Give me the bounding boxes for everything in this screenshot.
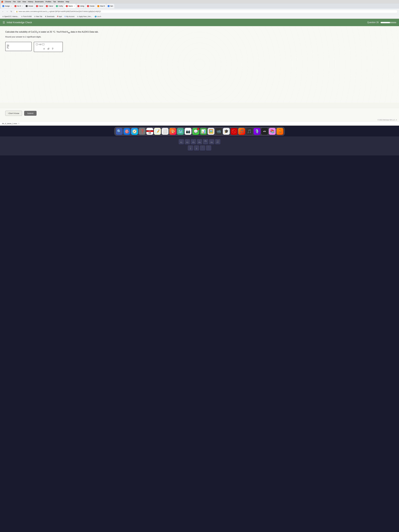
kb-percent[interactable]: % xyxy=(206,145,211,151)
menu-help[interactable]: Help xyxy=(66,1,69,3)
menu-chrome[interactable]: Chrome xyxy=(5,1,11,3)
question-part2: in water at 25 °C. You'll find K xyxy=(38,31,68,33)
menu-view[interactable]: View xyxy=(22,1,26,3)
main-answer-input[interactable]: g L xyxy=(5,42,32,51)
menu-bookmarks[interactable]: Bookmarks xyxy=(35,1,44,3)
tab-calc1[interactable]: Calcul xyxy=(35,4,44,8)
dock-preview[interactable]: 🖼️ xyxy=(208,128,214,135)
kb-f5[interactable]: F5 xyxy=(203,139,208,145)
bookmark-downloads-icon: ⬇ xyxy=(45,16,46,17)
dock-maps-icon: 🗺️ xyxy=(178,129,183,133)
dock-notes[interactable]: 📝 xyxy=(154,128,161,135)
dock-messages[interactable]: 💬 3 xyxy=(192,128,199,135)
dock-calendar[interactable]: CAL 15 xyxy=(146,128,153,135)
menu-tab[interactable]: Tab xyxy=(53,1,56,3)
dock-photos[interactable]: 📷 xyxy=(185,128,191,135)
dock-help[interactable]: ❓ xyxy=(139,128,146,135)
tab-3ethy[interactable]: 3-ethy xyxy=(55,4,64,8)
dock-safari[interactable]: 🧭 xyxy=(131,128,138,135)
kb-f7[interactable]: ◀◀ F7 xyxy=(215,139,220,145)
tab-ali[interactable]: ALI X × xyxy=(13,4,24,8)
tab-answer[interactable]: Answe xyxy=(24,4,34,8)
kb-2[interactable]: @ 2 xyxy=(188,145,193,151)
help-button[interactable]: ? xyxy=(52,47,53,51)
dont-know-button[interactable]: I Don't Know xyxy=(5,111,22,116)
tab-ali-close[interactable]: × xyxy=(22,5,23,7)
kb-f3[interactable]: ⊟ F3 xyxy=(191,139,196,145)
tab-fam[interactable]: fam xyxy=(106,4,114,8)
menu-window[interactable]: Window xyxy=(58,1,64,3)
dock-maps[interactable]: 🗺️ xyxy=(177,128,184,135)
tab-consic[interactable]: Consic xyxy=(86,4,96,8)
bookmark-apply[interactable]: ⊙ Apply Now | Join... xyxy=(76,15,93,18)
bookmark-downloads[interactable]: ⬇ Downloads xyxy=(44,15,56,18)
apple-menu[interactable]: 🍎 xyxy=(1,1,3,3)
tab-calc2-icon xyxy=(46,5,48,7)
download-chevron[interactable]: ^ xyxy=(18,123,19,125)
dock-colors[interactable]: 🎨 xyxy=(169,128,176,135)
dock-launchpad[interactable]: 🎯 xyxy=(123,128,130,135)
dock-podcast[interactable]: 🎙️ xyxy=(253,128,260,135)
menu-edit[interactable]: Edit xyxy=(18,1,20,3)
dock-video[interactable]: 📹 xyxy=(215,128,222,135)
kb-f2[interactable]: ☀ F2 xyxy=(185,139,190,145)
bookmark-los-icon: 🌎 xyxy=(95,16,97,17)
url-bar[interactable]: 🔒 www-awu.aleks.com/alekscgi/x/lsl.exe/1… xyxy=(14,10,398,13)
undo-button[interactable]: ↺ xyxy=(47,47,50,51)
tab-assign-close[interactable]: × xyxy=(11,5,12,7)
bookmark-form-icon: ⊙ xyxy=(21,16,23,17)
dock-tv[interactable]: ●tv xyxy=(261,128,268,135)
tab-ali-label: ALI X xyxy=(17,5,21,7)
kb-f4[interactable]: ⊞ F4 xyxy=(197,139,202,145)
dock-blank[interactable]: ⬜ xyxy=(162,128,169,135)
dock-colors-icon: 🎨 xyxy=(171,129,175,133)
tab-howd[interactable]: How D xyxy=(96,4,106,8)
menu-profiles[interactable]: Profiles xyxy=(45,1,51,3)
tab-assign[interactable]: Assign × xyxy=(1,4,13,8)
bookmark-iapd[interactable]: P Iapd xyxy=(56,15,63,18)
kb-f6[interactable]: ⁘ F6 xyxy=(209,139,214,145)
dock-music2[interactable]: 🎵 xyxy=(246,128,253,135)
sci-checkbox[interactable] xyxy=(36,43,38,45)
hamburger-menu[interactable]: ☰ xyxy=(3,21,5,24)
aleks-container: ☰ Initial Knowledge Check Question 26 Ca… xyxy=(0,19,399,121)
tab-calc1-icon xyxy=(36,5,38,7)
dock-run[interactable]: 🏃 xyxy=(276,128,283,135)
dock-finder[interactable]: 🔍 xyxy=(116,128,123,135)
kb-dollar[interactable]: $ xyxy=(200,145,205,151)
question-part3: data in the ALEKS Data tab. xyxy=(70,31,98,33)
bookmark-los[interactable]: 🌎 Los A xyxy=(94,15,102,18)
tab-using[interactable]: Using xyxy=(76,4,86,8)
back-button[interactable]: ← xyxy=(1,10,5,13)
dock-text[interactable]: 🎓 xyxy=(223,128,230,135)
url-text: www-awu.aleks.com/alekscgi/x/lsl.exe/1o_… xyxy=(19,11,101,13)
exponent-input[interactable] xyxy=(42,43,44,45)
kb-f2-fn: ☀ xyxy=(186,140,188,141)
tab-calc2[interactable]: Calcul xyxy=(44,4,54,8)
bookmark-form[interactable]: ⊙ Form N-648 xyxy=(20,15,33,18)
kb-3[interactable]: # 3 xyxy=(194,145,199,151)
bookmark-openccc[interactable]: ⊙ OpenCCC: Interna... xyxy=(1,15,20,18)
bookmark-newtab[interactable]: ⊙ New Tab xyxy=(33,15,43,18)
forward-button[interactable]: → xyxy=(6,10,9,13)
submit-button[interactable]: Submit xyxy=(24,111,37,116)
dock-block[interactable]: 🚫 xyxy=(230,128,237,135)
cross-button[interactable]: × xyxy=(43,47,45,51)
lock-icon: 🔒 xyxy=(16,11,18,12)
dock-numbers[interactable]: 📊 xyxy=(200,128,207,135)
tab-bar: Assign × ALI X × Answe Calcul Calcul 3-e… xyxy=(0,3,399,9)
refresh-button[interactable]: ↻ xyxy=(10,10,13,13)
kb-f1[interactable]: ☀ F1 xyxy=(179,139,184,145)
tab-name[interactable]: Name × xyxy=(64,4,76,8)
tab-calc1-label: Calcul xyxy=(39,5,43,7)
dock-podcast-icon: 🎙️ xyxy=(255,129,259,133)
tab-name-close[interactable]: × xyxy=(74,5,75,7)
bookmark-myaccount[interactable]: G My Account xyxy=(63,15,76,18)
menu-history[interactable]: History xyxy=(28,1,33,3)
tab-calc2-label: Calcul xyxy=(49,5,53,7)
kb-f1-fn: ☀ xyxy=(180,140,182,141)
question-number: Question 26 xyxy=(367,21,379,24)
menu-file[interactable]: File xyxy=(13,1,16,3)
dock-music[interactable]: 🎵 xyxy=(238,128,245,135)
dock-books[interactable]: 📚 xyxy=(269,128,276,135)
